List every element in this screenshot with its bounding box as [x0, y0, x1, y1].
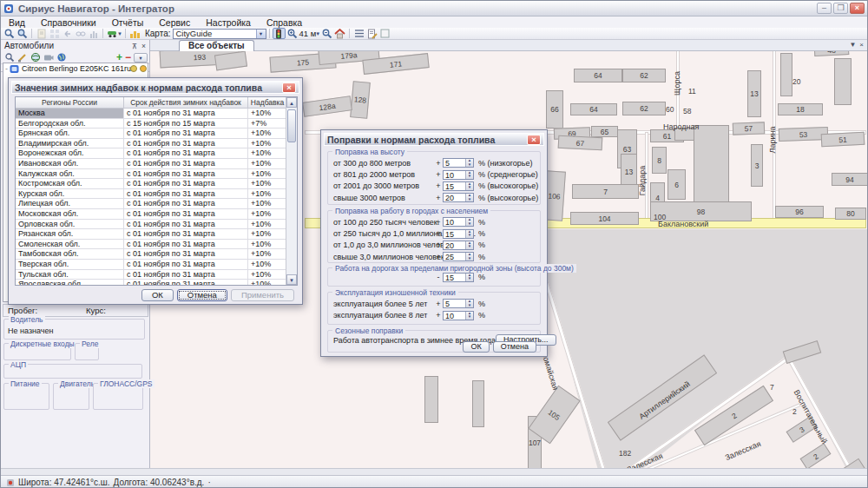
cell-value[interactable]: +10% — [248, 270, 287, 280]
column-period[interactable]: Срок действия зимних надбавок — [124, 97, 248, 109]
cell-period[interactable]: с 01 ноября по 31 марта — [124, 220, 248, 230]
cell-region[interactable]: Липецкая обл. — [16, 199, 124, 209]
spinner-value[interactable]: 20 — [444, 241, 465, 249]
tab-close-icon[interactable]: × — [859, 41, 864, 49]
cell-region[interactable]: Брянская обл. — [16, 129, 124, 139]
spinner-down-icon[interactable]: ▼ — [466, 315, 473, 320]
cell-region[interactable]: Воронежская обл. — [16, 148, 124, 159]
table-row[interactable]: Воронежская обл. с 01 ноября по 31 марта… — [16, 148, 297, 159]
table-row[interactable]: Костромская обл. с 01 ноября по 31 марта… — [16, 179, 297, 189]
table-row[interactable]: Белгородская обл. с 15 ноября по 15 март… — [16, 119, 297, 129]
cell-value[interactable]: +10% — [248, 199, 287, 209]
cell-region[interactable]: Тверская обл. — [16, 260, 124, 270]
cell-period[interactable]: с 01 ноября по 31 марта — [124, 249, 248, 260]
spinner-down-icon[interactable]: ▼ — [466, 222, 473, 227]
tree-expand-icon[interactable]: - — [5, 64, 8, 73]
cell-region[interactable]: Рязанская обл. — [16, 229, 124, 240]
cell-region[interactable]: Калужская обл. — [16, 169, 124, 180]
spinner-value[interactable]: 5 — [444, 159, 465, 167]
cell-value[interactable]: +10% — [248, 189, 287, 200]
table-row[interactable]: Ярославская обл. с 01 ноября по 31 марта… — [16, 280, 297, 286]
cell-region[interactable]: Орловская обл. — [16, 220, 124, 230]
tab-all-objects[interactable]: Все объекты — [179, 40, 254, 51]
table-row[interactable]: Орловская обл. с 01 ноября по 31 марта +… — [16, 220, 297, 230]
remove-vehicle-button[interactable]: − — [125, 53, 131, 62]
cell-value[interactable]: +7% — [248, 119, 287, 129]
spinner-input[interactable]: 5 ▲▼ — [443, 158, 474, 168]
vehicle-dropdown-icon[interactable]: ▼ — [117, 31, 122, 36]
spinner-input[interactable]: 20 ▲▼ — [443, 241, 474, 250]
scroll-down-icon[interactable]: ▼ — [286, 274, 297, 285]
cell-period[interactable]: с 01 ноября по 31 марта — [124, 260, 248, 270]
chart-icon[interactable] — [128, 28, 141, 39]
cell-value[interactable]: +10% — [248, 249, 287, 260]
table-row[interactable]: Тамбовская обл. с 01 ноября по 31 марта … — [16, 249, 297, 260]
table-row[interactable]: Владимирская обл. с 01 ноября по 31 март… — [16, 139, 297, 149]
table-row[interactable]: Тульская обл. с 01 ноября по 31 марта +1… — [16, 270, 297, 280]
cell-region[interactable]: Ивановская обл. — [16, 159, 124, 169]
cell-period[interactable]: с 01 ноября по 31 марта — [124, 209, 248, 220]
spinner-input[interactable]: 10 ▲▼ — [443, 170, 474, 180]
cell-region[interactable]: Московская обл. — [16, 209, 124, 220]
cell-region[interactable]: Белгородская обл. — [16, 119, 124, 129]
scroll-up-icon[interactable]: ▲ — [286, 97, 297, 108]
edit-icon[interactable] — [16, 52, 29, 63]
table-row[interactable]: Рязанская обл. с 01 ноября по 31 марта +… — [16, 229, 297, 240]
table-row[interactable]: Калужская обл. с 01 ноября по 31 марта +… — [16, 169, 297, 180]
column-value[interactable]: Надбавка — [248, 97, 287, 109]
cell-value[interactable]: +10% — [248, 280, 287, 286]
dialog-title-bar[interactable]: Значения зимних надбавок к нормам расход… — [11, 81, 299, 94]
spinner-value[interactable]: 15 — [444, 230, 465, 238]
spinner-value[interactable]: 10 — [444, 218, 465, 226]
vehicle-row[interactable]: - Citroen Berlingo E205KC 161rus — [3, 63, 148, 74]
cell-value[interactable]: +10% — [248, 179, 287, 189]
menu-item[interactable]: Сервис — [151, 17, 198, 28]
cell-value[interactable]: +10% — [248, 169, 287, 180]
edit-document-icon[interactable] — [365, 28, 378, 39]
dialog-close-icon[interactable]: × — [282, 82, 296, 93]
spinner-input[interactable]: 15 ▲▼ — [443, 181, 474, 191]
spinner-input[interactable]: 5 ▲▼ — [443, 299, 474, 308]
cell-period[interactable]: с 01 ноября по 31 марта — [124, 229, 248, 240]
globe-icon[interactable] — [29, 52, 42, 63]
cell-value[interactable]: +10% — [248, 129, 287, 139]
tab-scroll-icon[interactable]: ▼ — [849, 41, 856, 49]
cell-period[interactable]: с 01 ноября по 31 марта — [124, 270, 248, 280]
spinner-down-icon[interactable]: ▼ — [466, 257, 473, 261]
table-row[interactable]: Тверская обл. с 01 ноября по 31 марта +1… — [16, 260, 297, 270]
cell-region[interactable]: Курская обл. — [16, 189, 124, 200]
cell-value[interactable]: +10% — [248, 139, 287, 149]
map-scale-value[interactable]: 41 м — [299, 29, 317, 38]
cell-value[interactable]: +10% — [248, 159, 287, 169]
spinner-input[interactable]: 10 ▲▼ — [443, 217, 474, 227]
spinner-down-icon[interactable]: ▼ — [466, 277, 473, 281]
cell-region[interactable]: Владимирская обл. — [16, 139, 124, 149]
dialog-title-bar[interactable]: Поправки к нормам расхода топлива × — [324, 133, 544, 146]
add-vehicle-button[interactable]: + — [116, 53, 122, 62]
spinner-value[interactable]: 10 — [444, 171, 465, 179]
cell-period[interactable]: с 01 ноября по 31 марта — [124, 169, 248, 180]
column-region[interactable]: Регионы России — [16, 97, 124, 109]
spinner-down-icon[interactable]: ▼ — [466, 175, 473, 179]
ok-button[interactable]: ОК — [463, 341, 489, 353]
view-dropdown-icon[interactable]: ▼ — [134, 53, 148, 63]
spinner-value[interactable]: 10 — [444, 312, 465, 320]
cell-region[interactable]: Тамбовская обл. — [16, 249, 124, 260]
cell-region[interactable]: Смоленская обл. — [16, 240, 124, 250]
cell-region[interactable]: Москва — [16, 109, 124, 119]
cell-period[interactable]: с 01 ноября по 31 марта — [124, 129, 248, 139]
cell-value[interactable]: +10% — [248, 260, 287, 270]
cell-period[interactable]: с 01 ноября по 31 марта — [124, 280, 248, 286]
ok-button[interactable]: ОК — [141, 289, 174, 301]
cell-value[interactable]: +10% — [248, 229, 287, 240]
table-row[interactable]: Брянская обл. с 01 ноября по 31 марта +1… — [16, 129, 297, 139]
cell-period[interactable]: с 01 ноября по 31 марта — [124, 179, 248, 189]
spinner-down-icon[interactable]: ▼ — [466, 304, 473, 308]
cell-value[interactable]: +10% — [248, 109, 287, 119]
cell-region[interactable]: Тульская обл. — [16, 270, 124, 280]
menu-item[interactable]: Справка — [259, 17, 310, 28]
spinner-value[interactable]: 15 — [444, 182, 465, 190]
spinner-input[interactable]: 25 ▲▼ — [443, 252, 474, 261]
cell-period[interactable]: с 01 ноября по 31 марта — [124, 139, 248, 149]
spinner-input[interactable]: 15 ▲▼ — [443, 229, 474, 239]
